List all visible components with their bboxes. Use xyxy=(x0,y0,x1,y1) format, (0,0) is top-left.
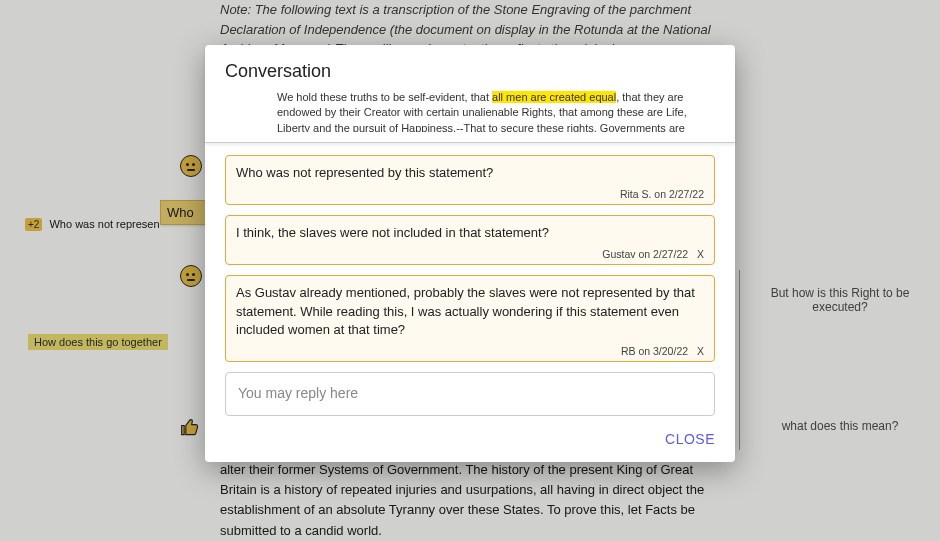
modal-footer: CLOSE xyxy=(205,422,735,462)
comment-text: I think, the slaves were not included in… xyxy=(236,224,704,242)
close-button[interactable]: CLOSE xyxy=(665,431,715,447)
comment-card[interactable]: As Gustav already mentioned, probably th… xyxy=(225,275,715,362)
conversation-modal: Conversation We hold these truths to be … xyxy=(205,45,735,462)
modal-title: Conversation xyxy=(225,61,715,82)
comment-text: As Gustav already mentioned, probably th… xyxy=(236,284,704,339)
delete-comment-icon[interactable]: X xyxy=(697,345,704,357)
delete-comment-icon[interactable]: X xyxy=(697,248,704,260)
comment-card[interactable]: I think, the slaves were not included in… xyxy=(225,215,715,265)
comment-meta: Gustav on 2/27/22 X xyxy=(236,248,704,260)
comment-text: Who was not represented by this statemen… xyxy=(236,164,704,182)
comment-meta: Rita S. on 2/27/22 xyxy=(236,188,704,200)
reply-input[interactable]: You may reply here xyxy=(225,372,715,416)
modal-body: Who was not represented by this statemen… xyxy=(205,143,735,422)
modal-header: Conversation We hold these truths to be … xyxy=(205,45,735,143)
context-quote: We hold these truths to be self-evident,… xyxy=(277,90,715,132)
comment-card[interactable]: Who was not represented by this statemen… xyxy=(225,155,715,205)
highlighted-phrase: all men are created equal xyxy=(492,91,616,103)
comment-meta: RB on 3/20/22 X xyxy=(236,345,704,357)
